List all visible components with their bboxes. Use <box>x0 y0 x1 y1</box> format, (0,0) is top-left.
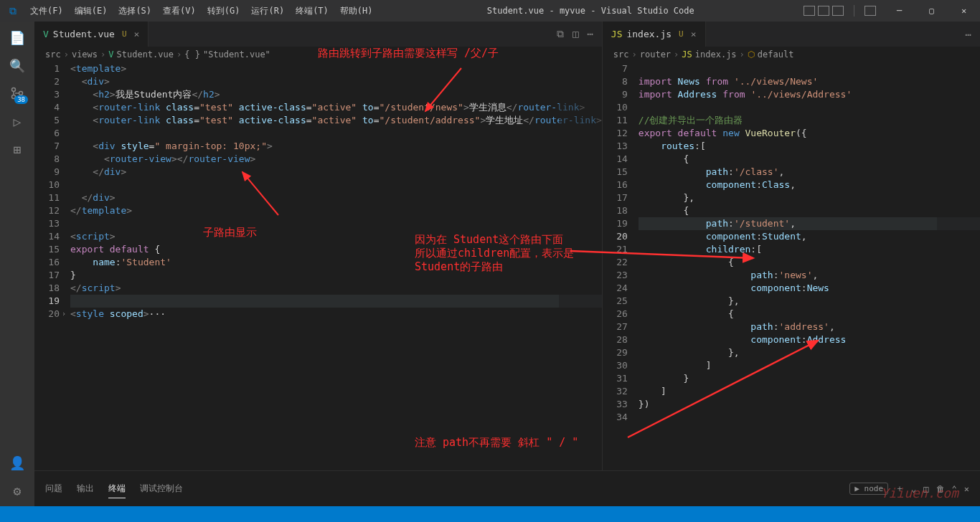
tab-index-js[interactable]: JS index.js U × <box>603 22 706 47</box>
scm-badge: 38 <box>14 95 28 104</box>
menu-go[interactable]: 转到(G) <box>202 5 245 17</box>
breadcrumb-right[interactable]: src› router› JSindex.js› ⬡default <box>603 47 980 62</box>
right-code-editor[interactable]: 7891011121314151617181920212223242526272… <box>603 62 980 506</box>
extensions-icon[interactable]: ⊞ <box>9 141 26 158</box>
tab-label: index.js <box>626 29 672 39</box>
status-bar <box>0 506 980 522</box>
panel-tab-debug-console[interactable]: 调试控制台 <box>140 480 183 498</box>
layout-controls[interactable] <box>804 6 844 16</box>
debug-icon[interactable]: ▷ <box>9 113 26 130</box>
settings-icon[interactable]: ⚙ <box>9 482 26 499</box>
tab-close-icon[interactable]: × <box>691 29 697 39</box>
menu-edit[interactable]: 编辑(E) <box>70 5 113 17</box>
js-file-icon: JS <box>611 29 623 39</box>
watermark: Yiiuen.com <box>881 485 958 500</box>
vue-file-icon: V <box>43 29 49 39</box>
activity-bar: 📄 🔍 38 ▷ ⊞ 👤 ⚙ <box>0 22 34 506</box>
maximize-button[interactable]: ▢ <box>915 0 948 22</box>
panel-tab-output[interactable]: 输出 <box>77 480 94 498</box>
breadcrumb-left[interactable]: src› views› VStudent.vue› { }"Student.vu… <box>34 47 602 62</box>
menu-view[interactable]: 查看(V) <box>158 5 201 17</box>
svg-point-0 <box>12 88 16 92</box>
tab-student-vue[interactable]: V Student.vue U × <box>34 22 149 47</box>
menu-terminal[interactable]: 终端(T) <box>291 5 334 17</box>
minimap[interactable] <box>937 62 980 506</box>
explorer-icon[interactable]: 📄 <box>9 29 26 46</box>
close-button[interactable]: ✕ <box>948 0 980 22</box>
bottom-panel: 问题 输出 终端 调试控制台 ▶ node ＋ ⌄ ◫ 🗑 ⌃ ✕ <box>34 470 980 506</box>
account-icon[interactable]: 👤 <box>9 454 26 471</box>
minimize-button[interactable]: ─ <box>883 0 915 22</box>
close-panel-icon[interactable]: ✕ <box>964 484 969 494</box>
menu-help[interactable]: 帮助(H) <box>335 5 378 17</box>
tab-close-icon[interactable]: × <box>134 29 140 39</box>
main-menu: 文件(F) 编辑(E) 选择(S) 查看(V) 转到(G) 运行(R) 终端(T… <box>25 5 378 17</box>
layout-toggle-icon[interactable] <box>864 6 876 16</box>
right-editor-group: JS index.js U × ⋯ src› router› JSindex.j… <box>602 22 980 506</box>
left-editor-group: V Student.vue U × ⧉ ◫ ⋯ src› views› VStu… <box>34 22 602 506</box>
tab-modified-indicator: U <box>679 29 684 39</box>
panel-tab-terminal[interactable]: 终端 <box>108 480 126 498</box>
source-control-icon[interactable]: 38 <box>9 85 26 102</box>
menu-run[interactable]: 运行(R) <box>246 5 289 17</box>
panel-tab-problems[interactable]: 问题 <box>45 480 62 498</box>
tab-modified-indicator: U <box>122 29 127 39</box>
minimap[interactable] <box>559 62 602 506</box>
more-icon[interactable]: ⋯ <box>966 29 971 40</box>
svg-point-2 <box>19 92 23 95</box>
vscode-logo: ⧉ <box>0 5 25 17</box>
left-code-editor[interactable]: 1234567891011121314151617181920 <templat… <box>34 62 602 506</box>
menu-file[interactable]: 文件(F) <box>25 5 68 17</box>
menu-selection[interactable]: 选择(S) <box>113 5 156 17</box>
split-icon[interactable]: ◫ <box>573 28 578 40</box>
window-title: Student.vue - myvue - Visual Studio Code <box>378 6 804 16</box>
search-icon[interactable]: 🔍 <box>9 57 26 74</box>
compare-icon[interactable]: ⧉ <box>557 28 564 40</box>
tab-label: Student.vue <box>53 29 115 39</box>
more-icon[interactable]: ⋯ <box>587 28 593 40</box>
